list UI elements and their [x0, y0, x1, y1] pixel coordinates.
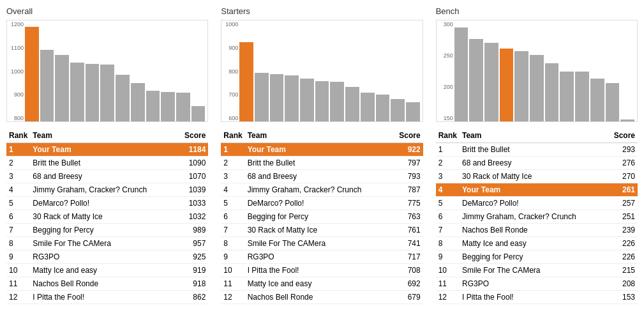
team-cell: Begging for Percy	[245, 210, 391, 224]
rank-cell: 6	[6, 210, 30, 224]
bar	[530, 55, 544, 121]
bar	[361, 93, 375, 121]
table-row: 730 Rack of Matty Ice761	[221, 224, 423, 237]
section-overall: Overall120011001000900800RankTeamScore1Y…	[6, 6, 208, 304]
table-row: 268 and Breesy276	[436, 157, 638, 170]
bench-chart: 300250200150	[436, 20, 638, 122]
score-cell: 153	[606, 291, 638, 304]
table-row: 10Matty Ice and easy919	[6, 264, 208, 277]
score-cell: 692	[391, 277, 423, 291]
rank-cell: 8	[221, 237, 244, 250]
bar	[239, 42, 253, 121]
bar	[191, 106, 206, 121]
team-cell: Britt the Bullet	[245, 157, 391, 170]
team-cell: Matty Ice and easy	[245, 277, 391, 291]
score-cell: 989	[176, 224, 208, 237]
table-row: 7Begging for Percy989	[6, 224, 208, 237]
rank-cell: 11	[6, 277, 30, 291]
score-cell: 1090	[176, 157, 208, 170]
team-cell: Nachos Bell Ronde	[460, 224, 606, 237]
rank-cell: 10	[221, 264, 244, 277]
rank-cell: 8	[6, 237, 30, 250]
score-cell: 276	[606, 157, 638, 170]
bar	[454, 27, 468, 121]
team-cell: RG3PO	[30, 250, 176, 264]
bar	[590, 79, 604, 121]
table-row: 1Your Team1184	[6, 143, 208, 157]
bench-col-team: Team	[460, 128, 606, 143]
rank-cell: 10	[6, 264, 30, 277]
score-cell: 1033	[176, 197, 208, 210]
rank-cell: 3	[436, 170, 460, 183]
starters-bars	[239, 23, 419, 121]
rank-cell: 3	[221, 170, 244, 183]
table-row: 8Smile For The CAMera741	[221, 237, 423, 250]
team-cell: Matty Ice and easy	[460, 237, 606, 250]
score-cell: 919	[176, 264, 208, 277]
bar	[285, 75, 299, 121]
team-cell: I Pitta the Fool!	[460, 291, 606, 304]
rank-cell: 5	[221, 197, 244, 210]
starters-y-axis: 1000900800700600	[221, 20, 239, 121]
y-label: 1200	[7, 22, 24, 27]
table-row: 12I Pitta the Fool!862	[6, 291, 208, 304]
score-cell: 925	[176, 250, 208, 264]
score-cell: 215	[606, 264, 638, 277]
bar	[55, 55, 69, 121]
bar	[606, 83, 620, 121]
bar	[514, 51, 528, 121]
rank-cell: 9	[221, 250, 244, 264]
rank-cell: 5	[436, 197, 460, 210]
overall-col-rank: Rank	[6, 128, 30, 143]
rank-cell: 11	[221, 277, 244, 291]
rank-cell: 1	[221, 143, 244, 157]
bar	[270, 74, 284, 121]
bar	[116, 75, 130, 121]
team-cell: Nachos Bell Ronde	[245, 291, 391, 304]
rank-cell: 11	[436, 277, 460, 291]
table-row: 12I Pitta the Fool!153	[436, 291, 638, 304]
table-row: 5DeMarco? Pollo!1033	[6, 197, 208, 210]
team-cell: Jimmy Graham, Cracker? Crunch	[245, 183, 391, 197]
team-cell: RG3PO	[245, 250, 391, 264]
table-row: 10Smile For The CAMera215	[436, 264, 638, 277]
overall-col-team: Team	[30, 128, 176, 143]
table-row: 4Jimmy Graham, Cracker? Crunch1039	[6, 183, 208, 197]
table-row: 10I Pitta the Fool!708	[221, 264, 423, 277]
y-label: 900	[221, 45, 238, 51]
y-label: 200	[437, 84, 453, 90]
team-cell: Your Team	[30, 143, 176, 157]
table-row: 368 and Breesy793	[221, 170, 423, 183]
overall-title: Overall	[6, 6, 208, 16]
bar	[315, 81, 329, 121]
bar	[300, 79, 314, 121]
section-starters: Starters1000900800700600RankTeamScore1Yo…	[221, 6, 423, 304]
table-row: 11Nachos Bell Ronde918	[6, 277, 208, 291]
rank-cell: 1	[436, 143, 460, 157]
team-cell: I Pitta the Fool!	[30, 291, 176, 304]
bar	[176, 93, 190, 121]
rank-cell: 8	[436, 237, 460, 250]
bar	[146, 91, 160, 121]
table-row: 4Your Team261	[436, 183, 638, 197]
team-cell: DeMarco? Pollo!	[460, 197, 606, 210]
team-cell: Smile For The CAMera	[30, 237, 176, 250]
team-cell: Jimmy Graham, Cracker? Crunch	[460, 210, 606, 224]
bar	[575, 72, 589, 121]
team-cell: Begging for Percy	[30, 224, 176, 237]
table-row: 12Nachos Bell Ronde679	[221, 291, 423, 304]
main-container: Overall120011001000900800RankTeamScore1Y…	[6, 6, 638, 304]
table-row: 11Matty Ice and easy692	[221, 277, 423, 291]
rank-cell: 5	[6, 197, 30, 210]
team-cell: Matty Ice and easy	[30, 264, 176, 277]
score-cell: 679	[391, 291, 423, 304]
bar	[86, 64, 100, 121]
team-cell: RG3PO	[460, 277, 606, 291]
y-label: 250	[437, 53, 453, 59]
y-label: 1000	[221, 22, 238, 27]
bar	[620, 119, 634, 121]
table-row: 630 Rack of Matty Ice1032	[6, 210, 208, 224]
score-cell: 957	[176, 237, 208, 250]
rank-cell: 6	[436, 210, 460, 224]
score-cell: 741	[391, 237, 423, 250]
